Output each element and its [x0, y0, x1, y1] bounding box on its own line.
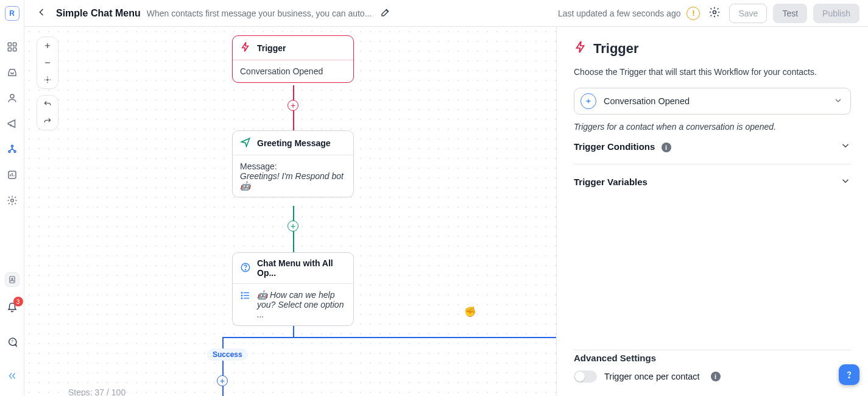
zoom-toolbar [37, 37, 58, 89]
node-body-text: Conversation Opened [240, 66, 323, 76]
chevron-down-icon [840, 175, 851, 188]
save-button[interactable]: Save [729, 4, 767, 23]
trigger-settings-panel: Trigger Choose the Trigger that will sta… [557, 27, 868, 396]
add-step-button[interactable]: + [288, 221, 298, 232]
node-greeting-message[interactable]: Greeting Message Message: Greetings! I'm… [232, 130, 354, 197]
workflow-canvas[interactable]: + + + Success Trigger Conversation Opene… [24, 27, 557, 396]
trigger-note: Triggers for a contact when a conversati… [574, 122, 851, 132]
svg-rect-2 [8, 48, 11, 51]
notification-badge: 3 [13, 297, 23, 306]
inbox-icon[interactable] [5, 65, 19, 80]
info-icon[interactable]: i [711, 372, 721, 381]
svg-rect-0 [8, 43, 11, 46]
svg-point-11 [11, 278, 12, 280]
advanced-settings-heading: Advanced Settings [574, 353, 851, 363]
svg-text:?: ? [11, 339, 13, 344]
svg-point-5 [11, 145, 13, 147]
toggle-label: Trigger once per contact [604, 372, 700, 381]
node-body-text: Greetings! I'm Respond bot 🤖 [240, 171, 346, 191]
chevron-down-icon [833, 96, 843, 107]
history-toolbar [37, 95, 58, 130]
left-navigation-rail: R 3 ? [0, 0, 24, 396]
trigger-variables-section[interactable]: Trigger Variables [574, 167, 851, 197]
workflow-subtitle: When contacts first message your busines… [147, 9, 372, 18]
panel-description: Choose the Trigger that will start this … [574, 67, 851, 77]
panel-title-text: Trigger [593, 41, 639, 57]
steps-counter: Steps: 37 / 100 [68, 387, 125, 396]
notifications-bell-icon[interactable]: 3 [5, 300, 19, 315]
grab-cursor-icon: ✊ [464, 306, 476, 317]
node-title: Chat Menu with All Op... [257, 258, 346, 278]
plus-circle-icon [580, 93, 596, 109]
svg-point-18 [241, 295, 242, 296]
connector [222, 337, 224, 396]
chevron-down-icon [840, 140, 851, 153]
help-fab-button[interactable] [839, 364, 859, 385]
send-icon [240, 136, 251, 149]
support-chat-icon[interactable]: ? [5, 334, 19, 349]
lightning-icon [574, 40, 587, 57]
app-logo[interactable]: R [5, 6, 19, 21]
contacts-icon[interactable] [5, 91, 19, 105]
node-title: Greeting Message [257, 138, 331, 148]
svg-point-7 [14, 150, 16, 152]
reports-icon[interactable] [5, 168, 19, 182]
divider [574, 164, 851, 164]
publish-button[interactable]: Publish [813, 4, 859, 23]
edit-title-button[interactable] [378, 4, 393, 22]
undo-button[interactable] [37, 96, 58, 113]
trigger-conditions-section[interactable]: Trigger Conditions i [574, 132, 851, 161]
svg-point-4 [10, 94, 14, 98]
add-step-button[interactable]: + [217, 375, 228, 386]
last-updated-text: Last updated a few seconds ago [558, 9, 681, 18]
info-icon[interactable]: i [662, 143, 671, 152]
svg-point-14 [47, 79, 48, 80]
trigger-once-toggle[interactable] [574, 370, 597, 383]
workflows-icon[interactable] [5, 142, 19, 157]
connector [222, 337, 557, 338]
fit-view-button[interactable] [37, 71, 58, 88]
workflow-title: Simple Chat Menu [56, 8, 141, 19]
test-button[interactable]: Test [773, 4, 807, 23]
node-trigger[interactable]: Trigger Conversation Opened [232, 35, 354, 83]
node-title: Trigger [257, 43, 286, 53]
back-button[interactable] [33, 4, 50, 23]
svg-point-16 [245, 269, 245, 270]
add-step-button[interactable]: + [288, 100, 298, 111]
workflow-settings-button[interactable] [706, 4, 723, 23]
zoom-in-button[interactable] [37, 37, 58, 54]
collapse-icon[interactable] [5, 369, 19, 383]
svg-point-13 [713, 11, 716, 14]
workspace-avatar[interactable] [5, 273, 19, 286]
workflow-header: Simple Chat Menu When contacts first mes… [24, 0, 868, 27]
node-body-label: Message: [240, 161, 346, 171]
list-icon [240, 290, 251, 303]
trigger-type-select[interactable]: Conversation Opened [574, 88, 851, 115]
redo-button[interactable] [37, 113, 58, 130]
svg-point-6 [9, 150, 10, 152]
lightning-icon [240, 41, 251, 54]
node-body-text: 🤖 How can we help you? Select one option… [257, 290, 346, 319]
section-label: Trigger Variables [574, 177, 647, 187]
trigger-select-label: Conversation Opened [604, 96, 826, 106]
broadcast-icon[interactable] [5, 116, 19, 131]
node-chat-menu[interactable]: Chat Menu with All Op... 🤖 How can we he… [232, 252, 354, 326]
settings-gear-icon[interactable] [5, 193, 19, 208]
warning-icon[interactable]: ! [686, 7, 700, 20]
dashboard-icon[interactable] [5, 40, 19, 54]
zoom-out-button[interactable] [37, 54, 58, 71]
divider [574, 350, 851, 350]
svg-point-20 [849, 377, 850, 378]
section-label: Trigger Conditions [574, 141, 655, 152]
svg-point-17 [241, 292, 242, 294]
question-circle-icon [240, 262, 251, 275]
svg-point-9 [10, 199, 13, 202]
svg-rect-3 [13, 48, 16, 51]
svg-rect-1 [13, 43, 16, 46]
branch-label-success: Success [207, 348, 248, 361]
svg-point-19 [241, 298, 242, 299]
